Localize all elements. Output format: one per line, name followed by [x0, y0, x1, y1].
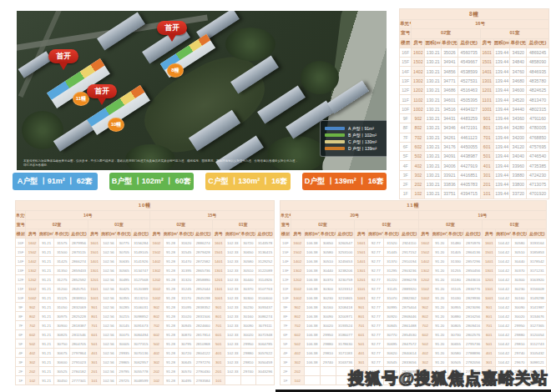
- table-cell: 3120054: [528, 330, 547, 339]
- table-cell: 91.21: [38, 312, 54, 321]
- table-cell: 502: [418, 339, 432, 349]
- table-cell: 401: [212, 349, 225, 358]
- floor-cell: 12F: [16, 275, 26, 284]
- table-cell: 31255: [447, 266, 463, 275]
- table-cell: 4768850: [527, 133, 549, 142]
- table-cell: 106.38: [304, 303, 320, 312]
- unit-row: 单元号14号15号: [16, 211, 275, 220]
- table-cell: 602: [291, 330, 304, 339]
- floor-cell: 9F: [16, 303, 26, 312]
- table-cell: 3200971: [336, 312, 354, 321]
- legend-color-bar: [325, 147, 345, 150]
- table-cell: 3129252: [256, 257, 275, 266]
- table-cell: 33960: [510, 161, 527, 170]
- table-row: 12F120291.213127528525921201102.56304953…: [16, 275, 275, 284]
- floor-cell: 12F: [281, 275, 291, 284]
- table-cell: 34176: [442, 142, 458, 151]
- table-cell: 102: [291, 376, 304, 385]
- table-cell: 3193164: [528, 239, 547, 248]
- table-row: 3F302106.3829740316373630192.77305452833…: [281, 358, 547, 367]
- table-cell: 3223312: [336, 284, 354, 294]
- floor-cell: 1F: [16, 376, 26, 385]
- room-row: 室号02室01室02室01室: [281, 220, 547, 229]
- table-cell: 3178542: [528, 257, 547, 266]
- table-cell: 91.21: [38, 339, 54, 349]
- table-cell: 92.77: [368, 339, 384, 349]
- table-cell: 202: [291, 367, 304, 376]
- table-row: 3F302130.21339214416851301139.4433880472…: [400, 170, 549, 179]
- table-cell: 1001: [212, 294, 225, 303]
- table-cell: 4494327: [457, 104, 480, 113]
- table-cell: 29795: [116, 367, 132, 376]
- table-cell: 31620: [179, 239, 195, 248]
- room-row: 室号02室01室: [400, 29, 549, 38]
- chip-unit-type-b: B户型 丨102m² 丨 60套: [109, 173, 195, 190]
- room-row: 室号02室01室02室01室: [16, 220, 275, 229]
- table-cell: 601: [355, 330, 368, 339]
- table-cell: 31220: [384, 275, 400, 284]
- aerial-rendering: 首开 首开 首开 11幢 10幢 8幢 A 户型丨91m² B 户型丨102m²…: [17, 11, 387, 170]
- table-cell: 801: [355, 312, 368, 321]
- table-cell: 91.21: [38, 358, 54, 367]
- legend-color-bar: [325, 140, 345, 143]
- table-cell: 31545: [179, 248, 195, 257]
- table-cell: 2790430: [194, 367, 212, 376]
- table-cell: 34120: [510, 142, 527, 151]
- table-cell: 1201: [355, 275, 368, 284]
- table-cell: 91.21: [38, 349, 54, 358]
- table-cell: 91.28: [163, 294, 179, 303]
- table-cell: 3093437: [256, 303, 275, 312]
- table-cell: 1402: [291, 257, 304, 266]
- table-cell: 91.20: [432, 284, 447, 294]
- table-cell: 102.56: [101, 303, 117, 312]
- table-cell: 30955: [447, 303, 463, 312]
- table-cell: 2817814: [194, 330, 212, 339]
- table-cell: 102.56: [101, 330, 117, 339]
- table-cell: 1401: [212, 257, 225, 266]
- table-cell: 4472191: [457, 123, 480, 133]
- table-cell: 92.77: [368, 312, 384, 321]
- table-cell: 502: [291, 339, 304, 349]
- table-cell: 91.21: [38, 248, 54, 257]
- floor-cell: 14F: [16, 257, 26, 266]
- table-row: 13F1302106.38304403238206130192.77312952…: [281, 266, 547, 275]
- table-cell: 30215: [116, 312, 132, 321]
- table-cell: 3253100: [336, 248, 354, 257]
- table-cell: 91.28: [163, 376, 179, 385]
- floor-cell: 10F: [281, 294, 291, 303]
- table-row: 9F902106.3830160320841890192.77309952875…: [281, 303, 547, 312]
- table-cell: 3156284: [132, 239, 150, 248]
- table-cell: 130.21: [425, 76, 442, 85]
- table-cell: 30570: [179, 367, 195, 376]
- table-cell: 2816256: [463, 312, 482, 321]
- table-cell: 31520: [384, 239, 400, 248]
- table-cell: 3134747: [132, 266, 150, 275]
- table-cell: 92.77: [368, 239, 384, 248]
- table-row: 11F1102130.213460145053951101139.4434520…: [400, 95, 549, 104]
- table-cell: 91.28: [163, 339, 179, 349]
- table-cell: 106.38: [304, 321, 320, 330]
- table-cell: 3071948: [256, 330, 275, 339]
- floor-cell: 5F: [281, 339, 291, 349]
- floor-cell: 2F: [16, 367, 26, 376]
- table-cell: 91.20: [432, 248, 447, 257]
- table-row: 11F1102106.38303003223312110192.77311452…: [281, 284, 547, 294]
- table-cell: 30300: [240, 294, 256, 303]
- table-cell: 30545: [384, 358, 400, 367]
- table-cell: 1601: [480, 48, 493, 57]
- table-cell: 31095: [179, 303, 195, 312]
- table-cell: 30370: [320, 275, 336, 284]
- table-row: 15F1502130.213494145496671501139.4434840…: [400, 58, 549, 67]
- table-cell: 601: [480, 142, 493, 151]
- table-cell: 2859433: [70, 266, 88, 275]
- table-cell: 130.21: [425, 86, 442, 95]
- table-cell: 106.38: [304, 339, 320, 349]
- table-cell: 31405: [447, 248, 463, 257]
- table-cell: 4538599: [457, 67, 480, 76]
- table-cell: 1202: [418, 275, 432, 284]
- table-cell: 106.38: [304, 349, 320, 358]
- table-cell: 29950: [240, 339, 256, 349]
- table-cell: 4427919: [457, 161, 480, 170]
- table-cell: 91.20: [432, 257, 447, 266]
- table-cell: 106.38: [304, 239, 320, 248]
